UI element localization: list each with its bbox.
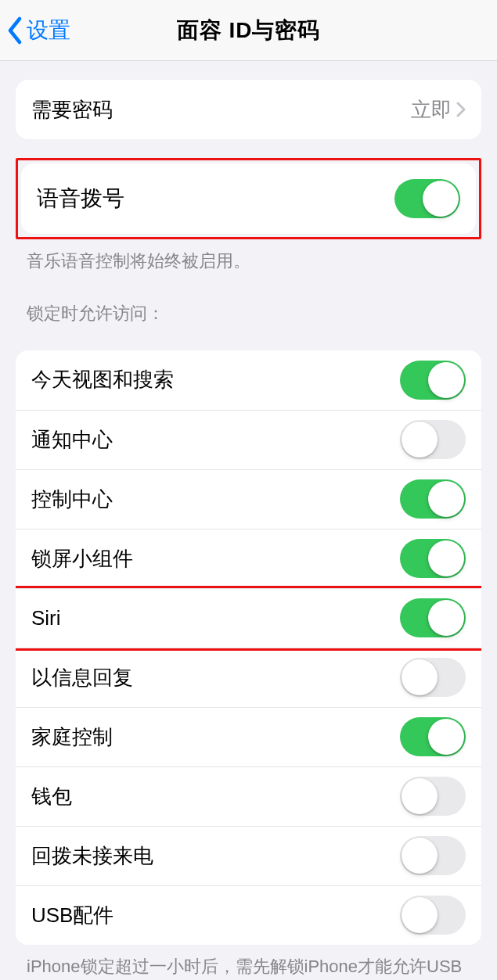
row-lock-item-9[interactable]: USB配件 [16,885,481,945]
voice-dial-footer: 音乐语音控制将始终被启用。 [0,239,497,274]
row-lock-item-6[interactable]: 家庭控制 [16,707,481,766]
lock-item-label: 通知中心 [31,426,400,454]
lock-item-toggle[interactable] [400,896,466,935]
lock-item-label: 钱包 [31,783,400,810]
lock-item-label: 今天视图和搜索 [31,366,400,393]
lock-item-toggle[interactable] [400,658,466,697]
row-require-passcode[interactable]: 需要密码 立即 [16,80,481,139]
highlight-voice-dial: 语音拨号 [16,158,481,239]
lock-item-toggle[interactable] [400,598,466,637]
chevron-left-icon [6,16,23,45]
row-voice-dial[interactable]: 语音拨号 [21,163,476,234]
navbar: 设置 面容 ID与密码 [0,0,497,61]
back-button[interactable]: 设置 [6,0,70,60]
voice-dial-label: 语音拨号 [37,184,394,214]
lock-item-label: 家庭控制 [31,723,400,751]
require-passcode-label: 需要密码 [31,96,411,124]
content: 需要密码 立即 语音拨号 音乐语音控制将始终被启用。 锁定时允许访问： 今天视图… [0,80,497,980]
lock-item-label: 控制中心 [31,486,400,513]
lock-item-label: 回拨未接来电 [31,842,400,870]
row-lock-item-4[interactable]: Siri [16,588,481,648]
row-lock-item-2[interactable]: 控制中心 [16,469,481,529]
row-lock-item-8[interactable]: 回拨未接来电 [16,826,481,885]
lock-item-toggle[interactable] [400,777,466,816]
lock-item-toggle[interactable] [400,836,466,875]
row-lock-item-3[interactable]: 锁屏小组件 [16,529,481,588]
lock-item-label: Siri [31,606,400,630]
lock-item-label: 锁屏小组件 [31,545,400,573]
lock-item-toggle[interactable] [400,479,466,519]
row-lock-item-5[interactable]: 以信息回复 [16,648,481,707]
lock-access-header: 锁定时允许访问： [0,274,497,332]
row-lock-item-1[interactable]: 通知中心 [16,410,481,469]
back-label: 设置 [27,16,70,45]
row-lock-item-7[interactable]: 钱包 [16,766,481,826]
lock-item-label: 以信息回复 [31,664,400,691]
lock-item-toggle[interactable] [400,420,466,459]
require-passcode-value: 立即 [411,96,452,124]
group-lock-access: 今天视图和搜索通知中心控制中心锁屏小组件Siri以信息回复家庭控制钱包回拨未接来… [16,350,481,945]
lock-item-label: USB配件 [31,902,400,929]
lock-item-toggle[interactable] [400,539,466,578]
lock-item-toggle[interactable] [400,361,466,400]
lock-item-toggle[interactable] [400,717,466,756]
chevron-right-icon [456,102,466,117]
group-require-passcode: 需要密码 立即 [16,80,481,139]
row-lock-item-0[interactable]: 今天视图和搜索 [16,350,481,410]
lock-access-footer: iPhone锁定超过一小时后，需先解锁iPhone才能允许USB配件连接。 [0,945,497,980]
voice-dial-toggle[interactable] [394,179,460,218]
page-title: 面容 ID与密码 [0,16,497,45]
